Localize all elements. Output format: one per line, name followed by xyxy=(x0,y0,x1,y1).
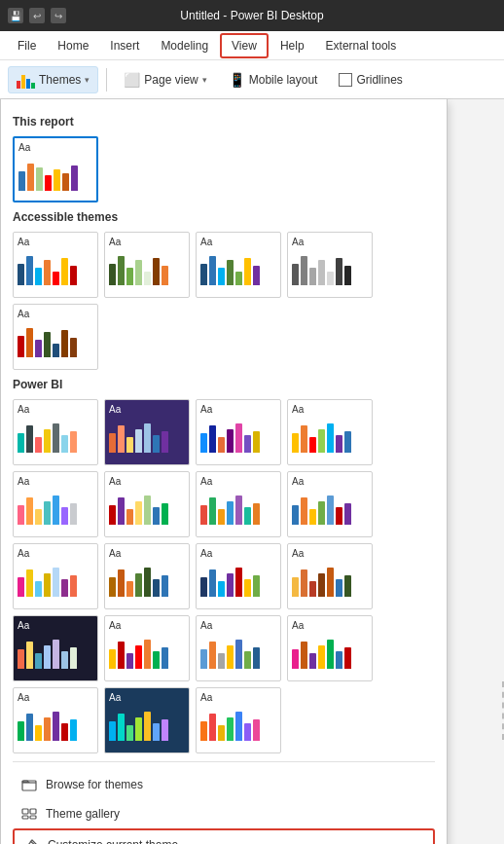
this-report-themes: Aa xyxy=(13,136,435,202)
mobile-layout-button[interactable]: 📱 Mobile layout xyxy=(220,67,327,92)
theme-current[interactable]: Aa xyxy=(13,136,98,202)
browse-themes-label: Browse for themes xyxy=(46,778,143,791)
ribbon: Themes ▾ ⬜ Page view ▾ 📱 Mobile layout G… xyxy=(0,60,504,99)
mobile-icon: 📱 xyxy=(229,72,245,88)
theme-p12[interactable]: Aa xyxy=(287,543,373,609)
theme-a3[interactable]: Aa xyxy=(196,232,281,298)
svg-rect-1 xyxy=(22,809,28,814)
section-this-report: This report xyxy=(13,115,435,128)
themes-dropdown: This report Aa Accessible themes Aa xyxy=(0,99,448,844)
window-title: Untitled - Power BI Desktop xyxy=(180,9,323,22)
menu-bar: File Home Insert Modeling View Help Exte… xyxy=(0,31,504,60)
themes-button[interactable]: Themes ▾ xyxy=(8,66,98,93)
theme-p7[interactable]: Aa xyxy=(196,471,281,537)
title-bar: 💾 ↩ ↪ Untitled - Power BI Desktop xyxy=(0,0,504,31)
theme-a4[interactable]: Aa xyxy=(287,232,373,298)
gallery-icon xyxy=(20,805,38,823)
themes-chart-icon xyxy=(17,71,35,89)
svg-rect-2 xyxy=(30,809,36,814)
section-powerbi: Power BI xyxy=(13,378,435,391)
theme-p11[interactable]: Aa xyxy=(196,543,281,609)
theme-a5[interactable]: Aa xyxy=(13,304,98,370)
paint-icon xyxy=(22,836,40,844)
svg-rect-4 xyxy=(30,816,36,819)
theme-gallery-item[interactable]: Theme gallery xyxy=(13,799,435,828)
theme-p1[interactable]: Aa xyxy=(13,399,98,465)
theme-a1[interactable]: Aa xyxy=(13,232,98,298)
theme-p19[interactable]: Aa xyxy=(196,687,281,753)
menu-view[interactable]: View xyxy=(220,33,269,58)
menu-external-tools[interactable]: External tools xyxy=(316,35,407,56)
theme-gallery-label: Theme gallery xyxy=(46,807,120,821)
menu-insert[interactable]: Insert xyxy=(100,35,149,56)
menu-help[interactable]: Help xyxy=(270,35,314,56)
theme-p5[interactable]: Aa xyxy=(13,471,98,537)
theme-p2[interactable]: Aa xyxy=(104,399,190,465)
gridlines-label: Gridlines xyxy=(356,73,402,87)
gridlines-checkbox[interactable] xyxy=(339,73,352,87)
browse-themes-item[interactable]: Browse for themes xyxy=(13,770,435,799)
theme-p6[interactable]: Aa xyxy=(104,471,190,537)
theme-p17[interactable]: Aa xyxy=(13,687,98,753)
menu-file[interactable]: File xyxy=(8,35,46,56)
menu-modeling[interactable]: Modeling xyxy=(151,35,218,56)
section-accessible: Accessible themes xyxy=(13,210,435,224)
menu-home[interactable]: Home xyxy=(48,35,98,56)
theme-p14[interactable]: Aa xyxy=(104,615,190,681)
svg-rect-3 xyxy=(22,816,28,819)
page-view-label: Page view xyxy=(144,73,198,87)
theme-p4[interactable]: Aa xyxy=(287,399,373,465)
undo-icon[interactable]: ↩ xyxy=(29,8,45,23)
customize-theme-label: Customize current theme xyxy=(48,838,178,844)
theme-p9[interactable]: Aa xyxy=(13,543,98,609)
page-view-chevron: ▾ xyxy=(202,75,207,85)
themes-label: Themes xyxy=(39,73,81,87)
redo-icon[interactable]: ↪ xyxy=(51,8,66,23)
save-icon-titlebar[interactable]: 💾 xyxy=(8,8,23,23)
page-view-button[interactable]: ⬜ Page view ▾ xyxy=(115,67,215,92)
mobile-layout-label: Mobile layout xyxy=(249,73,318,87)
ribbon-sep1 xyxy=(106,68,107,92)
accessible-themes: Aa Aa xyxy=(13,232,435,370)
theme-p15[interactable]: Aa xyxy=(196,615,281,681)
title-bar-controls[interactable]: 💾 ↩ ↪ xyxy=(8,8,66,23)
customize-theme-item[interactable]: Customize current theme xyxy=(13,828,435,844)
theme-p10[interactable]: Aa xyxy=(104,543,190,609)
themes-chevron: ▾ xyxy=(85,75,90,85)
theme-p13[interactable]: Aa xyxy=(13,615,98,681)
theme-p16[interactable]: Aa xyxy=(287,615,373,681)
page-view-icon: ⬜ xyxy=(124,72,140,88)
folder-icon xyxy=(20,776,38,793)
powerbi-themes: Aa Aa Aa xyxy=(13,399,435,753)
gridlines-button[interactable]: Gridlines xyxy=(330,68,411,92)
bottom-menu: Browse for themes Theme gallery xyxy=(13,761,435,844)
theme-p8[interactable]: Aa xyxy=(287,471,373,537)
theme-a2[interactable]: Aa xyxy=(104,232,190,298)
theme-p3[interactable]: Aa xyxy=(196,399,281,465)
theme-p18[interactable]: Aa xyxy=(104,687,190,753)
